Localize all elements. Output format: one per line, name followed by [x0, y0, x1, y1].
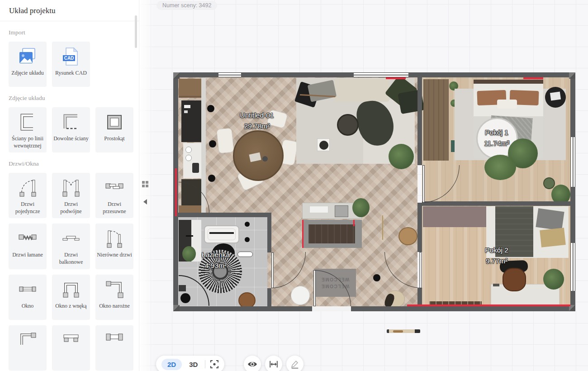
corner-window-mirrored-icon [17, 325, 38, 353]
measure-button[interactable] [265, 356, 282, 371]
ottoman[interactable] [337, 114, 359, 136]
hob-mark [184, 110, 188, 113]
tile-partial-1[interactable] [9, 325, 47, 371]
kitchen-sink-counter[interactable] [183, 143, 201, 178]
tile-drzwi-pojedyncze[interactable]: Drzwi pojedyncze [9, 173, 47, 218]
island-plant[interactable] [352, 198, 370, 217]
free-walls-icon [60, 107, 82, 135]
folding-door-icon [17, 224, 38, 251]
balcony-door-icon [60, 224, 82, 251]
tile-label: Rysunek CAD [54, 69, 88, 80]
table-decor [262, 156, 268, 162]
office-chair[interactable] [503, 268, 526, 291]
pillow [540, 228, 566, 247]
bath-plant[interactable] [182, 246, 196, 262]
tile-partial-2[interactable] [52, 325, 90, 371]
tile-okno[interactable]: Okno [9, 275, 47, 320]
sidebar-collapse-arrow-icon[interactable] [143, 199, 147, 205]
double-door-icon [60, 173, 82, 200]
tile-okno-z-wneka[interactable]: Okno z wnęką [52, 275, 90, 320]
tile-drzwi-podwojne[interactable]: Drzwi podwójne [52, 173, 90, 218]
plant-top [319, 141, 328, 150]
tile-partial-3[interactable] [95, 325, 133, 371]
panel-title: Układ projektu [0, 0, 139, 21]
tile-nierowne-drzwi[interactable]: Nierówne drzwi [95, 224, 133, 269]
loose-shelf-item[interactable] [387, 329, 420, 333]
selection-highlight-wall [175, 168, 177, 216]
potted-plant[interactable] [389, 144, 414, 169]
tile-sciany-po-linii[interactable]: Ściany po linii wewnętrznej [9, 107, 47, 152]
sidebar-scrollbar[interactable] [135, 15, 137, 48]
kitchen-cabinet-wood-top[interactable] [179, 79, 201, 98]
visibility-icon [247, 359, 258, 370]
tile-rysunek-cad[interactable]: CAD Rysunek CAD [52, 42, 90, 87]
wall-interior-vertical[interactable] [417, 288, 422, 306]
shelf-detail [393, 330, 403, 333]
sink-bowl [185, 155, 192, 161]
draw-button[interactable] [286, 356, 303, 371]
bed-single[interactable] [486, 206, 569, 258]
tub-inner [208, 228, 236, 240]
dining-chair[interactable] [216, 128, 234, 153]
layout-image-icon [17, 42, 38, 69]
potted-plant[interactable] [484, 155, 516, 180]
tile-label: Ściany po linii wewnętrznej [9, 135, 47, 152]
pillow [536, 208, 564, 231]
bathtub[interactable] [204, 225, 239, 243]
wall-shelf-pill [237, 252, 253, 257]
tile-okno-narozne[interactable]: Okno narożne [95, 275, 133, 320]
potted-plant[interactable] [543, 269, 564, 290]
sofa-seat[interactable] [334, 78, 389, 102]
window-icon [17, 275, 38, 302]
wall-bath-right[interactable] [267, 288, 271, 306]
single-door-icon [17, 173, 38, 200]
bath-fixture [180, 293, 190, 303]
sliding-door-icon [104, 173, 125, 200]
tile-drzwi-balkonowe[interactable]: Drzwi balkonowe [52, 224, 90, 269]
dining-table[interactable] [233, 130, 284, 181]
counter-item [192, 163, 199, 173]
basket[interactable] [386, 290, 405, 308]
app-window: Numer sceny: 3492 Układ projektu Import [0, 0, 588, 371]
side-table-round[interactable] [398, 227, 417, 245]
uneven-door-icon [104, 224, 125, 251]
tile-label: Drzwi łamane [11, 251, 44, 262]
striped-round-rug[interactable] [199, 250, 242, 293]
plant-pot[interactable] [317, 138, 330, 151]
wall-bath-top[interactable] [178, 213, 271, 217]
visibility-button[interactable] [244, 356, 261, 371]
selection-highlight-wall [386, 77, 406, 79]
mode-3d-button[interactable]: 3D [186, 361, 200, 368]
window-right-2[interactable] [570, 243, 575, 291]
dresser-mauve[interactable] [423, 206, 493, 227]
wall-bath-right[interactable] [267, 217, 271, 252]
window-top-2[interactable] [354, 72, 408, 77]
black-side-table[interactable] [545, 87, 566, 108]
tile-prostokat[interactable]: Prostokąt [95, 107, 133, 152]
wardrobe[interactable] [423, 79, 449, 161]
round-stool-white[interactable] [291, 286, 310, 305]
fit-view-icon[interactable] [210, 360, 219, 369]
wide-window-icon [60, 325, 82, 353]
cad-drawing-icon: CAD [60, 42, 82, 69]
tile-drzwi-przesuwne[interactable]: Drzwi przesuwne [95, 173, 133, 218]
wall-between-rooms[interactable] [422, 201, 570, 206]
window-right-1[interactable] [570, 137, 575, 187]
grid-handle-icon[interactable] [142, 181, 149, 188]
mode-2d-button[interactable]: 2D [161, 359, 182, 370]
kitchen-tall-unit[interactable] [181, 100, 201, 142]
blanket-dark [495, 206, 533, 257]
window-top-1[interactable] [218, 72, 241, 77]
wall-corner [569, 72, 575, 79]
ceiling-light [373, 274, 380, 281]
tile-dowolne-sciany[interactable]: Dowolne ściany [52, 107, 90, 152]
wall-interior-vertical[interactable] [417, 203, 422, 252]
tile-zdjecie-ukladu[interactable]: Zdjęcie układu [9, 42, 47, 87]
recessed-window-icon [60, 275, 82, 302]
wall-bottom[interactable] [173, 306, 575, 311]
tile-label: Nierówne drzwi [96, 251, 133, 262]
tile-label: Zdjęcie układu [10, 69, 45, 80]
wall-interior-vertical[interactable] [417, 77, 422, 165]
tile-drzwi-lamane[interactable]: Drzwi łamane [9, 224, 47, 269]
collapse-strip [140, 127, 152, 258]
